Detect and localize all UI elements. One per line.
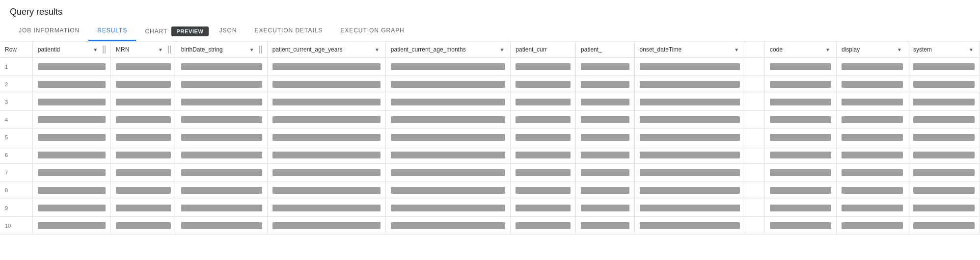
col-header-mrn[interactable]: MRN ▼ [111, 42, 176, 58]
cell-system [908, 129, 980, 146]
tab-job-information[interactable]: JOB INFORMATION [10, 21, 88, 41]
sort-icon-display[interactable]: ▼ [896, 46, 903, 53]
cell-row-number: 3 [0, 93, 32, 111]
table-row: 7 [0, 164, 980, 182]
cell-spacer [745, 93, 765, 111]
sort-icon-mrn[interactable]: ▼ [157, 46, 164, 53]
sort-icon-patientid[interactable]: ▼ [92, 46, 99, 53]
cell-birthdate [176, 217, 267, 234]
cell-patientid [32, 129, 110, 146]
cell-age-years [267, 164, 385, 182]
cell-display [836, 199, 908, 217]
cell-age-months [385, 164, 511, 182]
cell-display [836, 217, 908, 234]
cell-onset [634, 129, 745, 146]
cell-curr1 [511, 58, 576, 76]
cell-curr1 [511, 182, 576, 199]
cell-birthdate [176, 58, 267, 76]
cell-patientid [32, 76, 110, 93]
table-row: 3 [0, 93, 980, 111]
cell-curr2 [576, 93, 634, 111]
cell-birthdate [176, 76, 267, 93]
col-header-system[interactable]: system ▼ [908, 42, 980, 58]
table-row: 2 [0, 76, 980, 93]
col-header-display[interactable]: display ▼ [836, 42, 908, 58]
col-header-onset[interactable]: onset_dateTime ▼ [634, 42, 745, 58]
table-row: 6 [0, 146, 980, 164]
col-header-birthdate[interactable]: birthDate_string ▼ [176, 42, 267, 58]
table-row: 5 [0, 129, 980, 146]
cell-display [836, 182, 908, 199]
col-header-patientid[interactable]: patientid ▼ [32, 42, 110, 58]
cell-curr1 [511, 76, 576, 93]
resize-handle-patientid[interactable] [103, 46, 106, 53]
tab-execution-details[interactable]: EXECUTION DETAILS [246, 21, 332, 41]
sort-icon-birthdate[interactable]: ▼ [248, 46, 255, 53]
cell-mrn [111, 164, 176, 182]
cell-birthdate [176, 164, 267, 182]
cell-age-months [385, 76, 511, 93]
cell-curr1 [511, 111, 576, 129]
cell-birthdate [176, 182, 267, 199]
cell-code [764, 93, 836, 111]
tab-chart-group: CHART PREVIEW [138, 22, 208, 41]
cell-code [764, 129, 836, 146]
table-header-row: Row patientid ▼ MRN ▼ [0, 42, 980, 58]
cell-curr2 [576, 111, 634, 129]
col-header-age-months[interactable]: patient_current_age_months ▼ [385, 42, 511, 58]
table-container: Row patientid ▼ MRN ▼ [0, 42, 980, 248]
cell-spacer [745, 199, 765, 217]
cell-mrn [111, 217, 176, 234]
col-header-code[interactable]: code ▼ [764, 42, 836, 58]
cell-onset [634, 76, 745, 93]
cell-birthdate [176, 199, 267, 217]
cell-age-months [385, 93, 511, 111]
cell-system [908, 111, 980, 129]
sort-icon-onset[interactable]: ▼ [733, 46, 740, 53]
cell-curr2 [576, 217, 634, 234]
tab-results[interactable]: RESULTS [88, 21, 136, 41]
cell-onset [634, 111, 745, 129]
resize-handle-mrn[interactable] [168, 46, 171, 53]
cell-onset [634, 217, 745, 234]
tab-preview-badge[interactable]: PREVIEW [171, 26, 208, 36]
cell-age-months [385, 111, 511, 129]
sort-icon-age-months[interactable]: ▼ [498, 46, 505, 53]
tab-json[interactable]: JSON [211, 21, 246, 41]
sort-icon-system[interactable]: ▼ [968, 46, 975, 53]
cell-age-years [267, 199, 385, 217]
cell-system [908, 182, 980, 199]
cell-row-number: 9 [0, 199, 32, 217]
cell-row-number: 10 [0, 217, 32, 234]
cell-spacer [745, 111, 765, 129]
cell-mrn [111, 58, 176, 76]
tab-chart[interactable]: CHART [138, 26, 171, 37]
cell-onset [634, 93, 745, 111]
cell-mrn [111, 146, 176, 164]
cell-display [836, 58, 908, 76]
resize-handle-birthdate[interactable] [259, 46, 262, 53]
cell-system [908, 164, 980, 182]
tabs-bar: JOB INFORMATION RESULTS CHART PREVIEW JS… [0, 21, 980, 42]
sort-icon-age-years[interactable]: ▼ [374, 46, 381, 53]
cell-code [764, 76, 836, 93]
cell-age-months [385, 182, 511, 199]
cell-birthdate [176, 129, 267, 146]
sort-icon-code[interactable]: ▼ [824, 46, 831, 53]
col-header-curr2: patient_ [576, 42, 634, 58]
cell-curr1 [511, 217, 576, 234]
cell-system [908, 58, 980, 76]
cell-mrn [111, 76, 176, 93]
cell-row-number: 4 [0, 111, 32, 129]
cell-patientid [32, 111, 110, 129]
cell-onset [634, 182, 745, 199]
table-row: 8 [0, 182, 980, 199]
cell-spacer [745, 129, 765, 146]
cell-display [836, 93, 908, 111]
cell-birthdate [176, 111, 267, 129]
tab-execution-graph[interactable]: EXECUTION GRAPH [331, 21, 413, 41]
cell-curr1 [511, 146, 576, 164]
col-header-age-years[interactable]: patient_current_age_years ▼ [267, 42, 385, 58]
cell-curr1 [511, 93, 576, 111]
cell-age-months [385, 199, 511, 217]
